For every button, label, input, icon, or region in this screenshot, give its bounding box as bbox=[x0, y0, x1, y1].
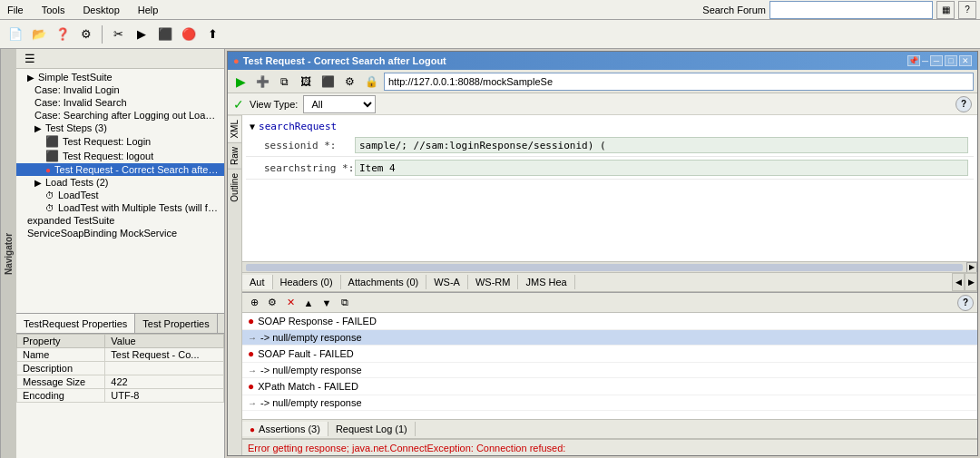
tab-xml[interactable]: XML bbox=[228, 115, 241, 142]
tab-headers[interactable]: Headers (0) bbox=[273, 275, 341, 289]
cut-button[interactable]: ✂ bbox=[108, 24, 128, 44]
help-toolbar-btn[interactable]: ❓ bbox=[53, 24, 73, 44]
maximize-button[interactable]: □ bbox=[945, 55, 957, 66]
tab-test-properties[interactable]: Test Properties bbox=[135, 314, 217, 333]
assertion-row-5[interactable]: ● XPath Match - FAILED bbox=[242, 378, 977, 395]
tab-nav-left[interactable]: ◀ bbox=[952, 273, 965, 291]
tree-item-searching-after[interactable]: Case: Searching after Logging out LoadTe… bbox=[16, 109, 224, 122]
tree-item-expanded-testsuite[interactable]: expanded TestSuite bbox=[16, 214, 224, 227]
tab-request-log[interactable]: Request Log (1) bbox=[328, 422, 416, 436]
menu-help[interactable]: Help bbox=[134, 4, 162, 16]
copy-button[interactable]: ⧉ bbox=[275, 73, 293, 91]
assertion-row-1[interactable]: ● SOAP Response - FAILED bbox=[242, 313, 977, 330]
navigator-tab[interactable]: Navigator bbox=[0, 49, 16, 458]
add-assertion-btn[interactable]: ⊕ bbox=[246, 295, 262, 311]
tree-label: LoadTest bbox=[58, 190, 99, 200]
record-button[interactable]: 🔴 bbox=[179, 24, 199, 44]
prop-name-value[interactable]: Test Request - Co... bbox=[105, 348, 224, 362]
tree-item-load-tests[interactable]: ▶ Load Tests (2) bbox=[16, 176, 224, 189]
search-button[interactable]: ▦ bbox=[936, 1, 955, 19]
request-icon: ⬛ bbox=[45, 135, 59, 148]
assertions-help-btn[interactable]: ? bbox=[957, 295, 974, 311]
tree-item-test-steps[interactable]: ▶ Test Steps (3) bbox=[16, 122, 224, 134]
new-button[interactable]: 📄 bbox=[5, 24, 25, 44]
prop-desc-value[interactable] bbox=[105, 362, 224, 375]
tab-testrequest-properties[interactable]: TestRequest Properties bbox=[16, 314, 135, 333]
tab-aut[interactable]: Aut bbox=[242, 275, 273, 289]
lock-button[interactable]: 🔒 bbox=[362, 73, 380, 91]
search-request-row[interactable]: ▼ searchRequest bbox=[246, 119, 974, 134]
table-row: Name Test Request - Co... bbox=[17, 348, 224, 362]
minimize-button[interactable]: ─ bbox=[930, 55, 943, 66]
tab-outline[interactable]: Outline bbox=[228, 169, 241, 206]
assert-arrow-icon: → bbox=[248, 333, 257, 343]
tab-jms[interactable]: JMS Hea bbox=[518, 275, 574, 289]
prop-encoding-value[interactable]: UTF-8 bbox=[105, 389, 224, 403]
open-button[interactable]: 📂 bbox=[29, 24, 49, 44]
prop-msgsize-value[interactable]: 422 bbox=[105, 375, 224, 389]
tree-item-request-login[interactable]: ⬛ Test Request: Login bbox=[16, 134, 224, 149]
scroll-right-btn[interactable]: ▶ bbox=[966, 262, 977, 273]
stop2-button[interactable]: ⬛ bbox=[318, 73, 337, 91]
tree-item-simple-testsuite[interactable]: ▶ Simple TestSuite bbox=[16, 71, 224, 83]
image-button[interactable]: 🖼 bbox=[297, 73, 315, 91]
tree-item-invalid-login[interactable]: Case: Invalid Login bbox=[16, 83, 224, 96]
move-up-btn[interactable]: ▲ bbox=[300, 295, 317, 311]
assertion-row-2[interactable]: → -> null/empty response bbox=[242, 330, 977, 346]
preferences-button[interactable]: ⚙ bbox=[76, 24, 96, 44]
view-help-button[interactable]: ? bbox=[956, 96, 972, 112]
tree-label: Simple TestSuite bbox=[38, 72, 113, 83]
tree-label: LoadTest with Multiple Tests (will fail) bbox=[58, 202, 219, 213]
search-label: Search Forum bbox=[702, 5, 766, 15]
menu-bar: File Tools Desktop Help Search Forum ▦ ? bbox=[0, 0, 980, 20]
tree-item-loadtest[interactable]: ⏱ LoadTest bbox=[16, 189, 224, 201]
tree-label: Test Request: logout bbox=[63, 151, 153, 161]
tree-item-invalid-search[interactable]: Case: Invalid Search bbox=[16, 96, 224, 109]
tab-wsrm[interactable]: WS-RM bbox=[468, 275, 519, 289]
settings-button[interactable]: ⚙ bbox=[340, 73, 358, 91]
add-button[interactable]: ➕ bbox=[253, 73, 271, 91]
tree-item-correct-search[interactable]: ● Test Request - Correct Search after Lo… bbox=[16, 163, 224, 176]
pin-button[interactable]: 📌 bbox=[907, 55, 920, 66]
run-button[interactable]: ▶ bbox=[132, 24, 152, 44]
steps-icon: ▶ bbox=[34, 123, 42, 133]
delete-assertion-btn[interactable]: ✕ bbox=[282, 295, 299, 311]
tree-item-mock-service[interactable]: ServiceSoapBinding MockService bbox=[16, 227, 224, 239]
play-button[interactable]: ▶ bbox=[231, 73, 250, 91]
left-expand-button[interactable]: ☰ bbox=[20, 49, 40, 69]
sessionid-value[interactable]: sample/; //sam:loginResponse/sessionid) … bbox=[355, 137, 968, 153]
import-button[interactable]: ⬆ bbox=[202, 24, 222, 44]
close-button[interactable]: ✕ bbox=[959, 55, 972, 66]
window-title-bar: ● Test Request - Correct Search after Lo… bbox=[228, 52, 977, 70]
view-type-select[interactable]: All XML Raw Outline bbox=[303, 95, 376, 113]
assertion-row-3[interactable]: ● SOAP Fault - FAILED bbox=[242, 346, 977, 363]
tree-label: Case: Invalid Login bbox=[34, 84, 120, 95]
horizontal-scrollbar[interactable]: ▶ bbox=[242, 261, 977, 272]
menu-file[interactable]: File bbox=[4, 4, 27, 16]
tree-item-loadtest-multiple[interactable]: ⏱ LoadTest with Multiple Tests (will fai… bbox=[16, 201, 224, 214]
tab-assertions[interactable]: ● Assertions (3) bbox=[242, 422, 328, 436]
view-type-row: ✓ View Type: All XML Raw Outline ? bbox=[228, 93, 977, 115]
table-row: Message Size 422 bbox=[17, 375, 224, 389]
view-type-label: View Type: bbox=[250, 99, 298, 110]
assertion-row-4[interactable]: → -> null/empty response bbox=[242, 363, 977, 378]
tab-nav-right[interactable]: ▶ bbox=[965, 273, 977, 291]
expand-icon[interactable]: ▼ bbox=[250, 122, 255, 132]
menu-tools[interactable]: Tools bbox=[38, 4, 69, 16]
settings2-btn[interactable]: ⚙ bbox=[264, 295, 280, 311]
search-help-button[interactable]: ? bbox=[958, 1, 976, 19]
assertions-list: ● SOAP Response - FAILED → -> null/empty… bbox=[242, 313, 977, 419]
search-input[interactable] bbox=[769, 1, 933, 19]
searchstring-value[interactable]: Item 4 bbox=[355, 160, 968, 176]
tab-attachments[interactable]: Attachments (0) bbox=[341, 275, 427, 289]
assert-dot-icon: ● bbox=[248, 347, 254, 360]
copy-assertion-btn[interactable]: ⧉ bbox=[337, 295, 353, 311]
move-down-btn[interactable]: ▼ bbox=[318, 295, 335, 311]
properties-panel: TestRequest Properties Test Properties P… bbox=[16, 313, 224, 458]
tab-raw[interactable]: Raw bbox=[228, 142, 241, 169]
stop-button[interactable]: ⬛ bbox=[155, 24, 175, 44]
assertion-row-6[interactable]: → -> null/empty response bbox=[242, 395, 977, 411]
menu-desktop[interactable]: Desktop bbox=[79, 4, 122, 16]
tree-item-request-logout[interactable]: ⬛ Test Request: logout bbox=[16, 149, 224, 163]
tab-wsa[interactable]: WS-A bbox=[426, 275, 468, 289]
